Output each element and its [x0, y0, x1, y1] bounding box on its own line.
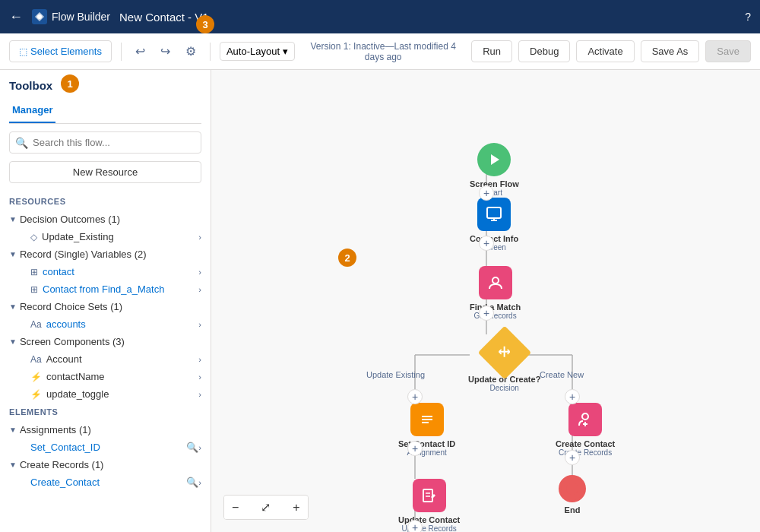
undo-button[interactable]: ↩ — [131, 40, 150, 63]
toolbar: ⬚ Select Elements ↩ ↪ ⚙ Auto-Layout ▾ Ve… — [0, 33, 760, 70]
tree-item-update-existing[interactable]: ◇ Update_Existing › — [24, 228, 211, 245]
branch-label-update: Update Existing — [366, 370, 425, 379]
end-shape-right — [559, 475, 586, 502]
main-layout: Toolbox 1 Manager 🔍 New Resource RESOURC… — [0, 70, 760, 532]
svg-rect-34 — [423, 489, 432, 502]
tree-item-record-choice-sets[interactable]: ▼ Record Choice Sets (1) — [0, 298, 211, 315]
badge-2: 2 — [338, 249, 356, 267]
zoom-out-button[interactable]: − — [224, 496, 246, 519]
decision-shape — [477, 326, 531, 380]
chevron-right-icon5: › — [198, 355, 201, 364]
plus-btn-2[interactable]: + — [479, 236, 494, 251]
redo-button[interactable]: ↪ — [156, 40, 175, 63]
svg-point-1 — [37, 14, 42, 19]
save-as-button[interactable]: Save As — [641, 40, 700, 62]
tree-item-contact[interactable]: ⊞ contact › — [24, 263, 211, 280]
update-shape — [413, 479, 446, 512]
tree-item-contact-name[interactable]: ⚡ contactName › — [24, 368, 211, 385]
help-icon[interactable]: ? — [745, 11, 751, 23]
create-contact-label: Create Contact — [556, 439, 615, 448]
flow-title: New Contact - V1 — [119, 11, 209, 24]
zoom-fit-button[interactable]: ⤢ — [253, 496, 278, 519]
update-contact-label: Update Contact — [398, 515, 460, 524]
tab-manager[interactable]: Manager — [9, 98, 55, 123]
find-match-label: Find a Match — [470, 302, 521, 312]
plus-btn-5[interactable]: + — [565, 389, 580, 404]
end-inner-right — [566, 483, 578, 495]
tree-item-assignments[interactable]: ▼ Assignments (1) — [0, 421, 211, 439]
layout-select[interactable]: Auto-Layout ▾ — [220, 42, 295, 61]
top-nav: ← Flow Builder New Contact - V1 ? — [0, 0, 760, 33]
select-elements-button[interactable]: ⬚ Select Elements — [9, 40, 112, 62]
tree-item-decision-outcomes[interactable]: ▼ Decision Outcomes (1) — [0, 211, 211, 228]
tree-toggle4: ▼ — [9, 426, 17, 434]
plus-btn-8[interactable]: + — [407, 520, 423, 532]
chevron-right-icon2: › — [198, 268, 201, 277]
text-icon: Aa — [30, 319, 42, 330]
tree-toggle3: ▼ — [9, 337, 17, 346]
decision-node: Update or Create? Decision — [468, 334, 540, 392]
start-shape — [477, 143, 511, 176]
activate-button[interactable]: Activate — [576, 40, 634, 62]
variable2-icon: ⊞ — [30, 284, 38, 295]
tree-child-decision-outcomes: ◇ Update_Existing › — [0, 228, 211, 245]
plus-btn-3[interactable]: + — [479, 306, 494, 321]
assignment-shape — [410, 403, 444, 436]
tree-item-contact-from-find[interactable]: ⊞ Contact from Find_a_Match › — [24, 280, 211, 298]
tree-item-account[interactable]: Aa Account › — [24, 350, 211, 368]
back-button[interactable]: ← — [9, 9, 23, 25]
tree-item-record-variables[interactable]: ▼ Record (Single) Variables (2) — [0, 245, 211, 263]
chevron-right-icon4: › — [198, 320, 201, 329]
search-small-icon2[interactable]: 🔍 — [186, 477, 198, 488]
search-small-icon[interactable]: 🔍 — [186, 442, 198, 453]
svg-marker-17 — [491, 154, 499, 165]
tree-toggle5: ▼ — [9, 461, 17, 469]
lightning-icon: ⚡ — [30, 372, 42, 382]
chevron-right-icon6: › — [198, 372, 201, 382]
toolbox-sidebar: Toolbox 1 Manager 🔍 New Resource RESOURC… — [0, 70, 211, 532]
decision-sublabel: Decision — [490, 384, 519, 392]
tree-item-accounts[interactable]: Aa accounts › — [24, 315, 211, 333]
tree-item-screen-components[interactable]: ▼ Screen Components (3) — [0, 333, 211, 350]
tree-toggle: ▼ — [9, 250, 17, 258]
run-button[interactable]: Run — [471, 40, 512, 62]
new-resource-button[interactable]: New Resource — [9, 161, 201, 183]
toolbox-title: Toolbox 1 — [9, 79, 201, 92]
tree-toggle2: ▼ — [9, 302, 17, 311]
tree-child-assignments: Set_Contact_ID 🔍 › — [0, 439, 211, 456]
app-logo: Flow Builder — [32, 9, 110, 24]
tree-item-create-records[interactable]: ▼ Create Records (1) — [0, 456, 211, 473]
tree-item-update-toggle[interactable]: ⚡ update_toggle › — [24, 385, 211, 403]
tree-child-record-variables: ⊞ contact › ⊞ Contact from Find_a_Match … — [0, 263, 211, 298]
plus-btn-1[interactable]: + — [479, 185, 494, 201]
toolbox-header: Toolbox 1 Manager — [0, 70, 211, 124]
app-name: Flow Builder — [52, 11, 110, 23]
chevron-down-icon: ▾ — [283, 46, 288, 57]
toolbox-tabs: Manager — [9, 98, 201, 124]
tree-item-set-contact-id[interactable]: Set_Contact_ID 🔍 › — [24, 439, 211, 456]
search-input[interactable] — [9, 131, 201, 154]
zoom-in-button[interactable]: + — [285, 496, 307, 519]
chevron-right-icon: › — [198, 233, 201, 242]
flow-canvas[interactable]: 2 — [211, 70, 760, 532]
svg-point-21 — [492, 277, 499, 283]
settings-button[interactable]: ⚙ — [181, 40, 201, 63]
lightning-icon2: ⚡ — [30, 389, 42, 400]
chevron-right-icon9: › — [198, 478, 201, 487]
save-button[interactable]: Save — [705, 40, 751, 62]
svg-point-31 — [582, 413, 588, 420]
debug-button[interactable]: Debug — [518, 40, 570, 62]
decision-icon: ◇ — [30, 232, 37, 242]
variable-icon: ⊞ — [30, 267, 38, 277]
get-shape — [479, 266, 512, 299]
text-icon2: Aa — [30, 354, 42, 365]
tree-item-create-contact[interactable]: Create_Contact 🔍 › — [24, 473, 211, 491]
svg-rect-18 — [487, 207, 501, 218]
zoom-controls: − ⤢ + — [223, 495, 309, 520]
plus-btn-4[interactable]: + — [407, 389, 423, 404]
badge-1: 1 — [61, 74, 79, 93]
badge-3: 3 — [196, 15, 214, 33]
plus-btn-7[interactable]: + — [565, 450, 580, 465]
contact-info-node: Contact Info Screen — [470, 198, 518, 252]
plus-btn-6[interactable]: + — [407, 441, 423, 456]
